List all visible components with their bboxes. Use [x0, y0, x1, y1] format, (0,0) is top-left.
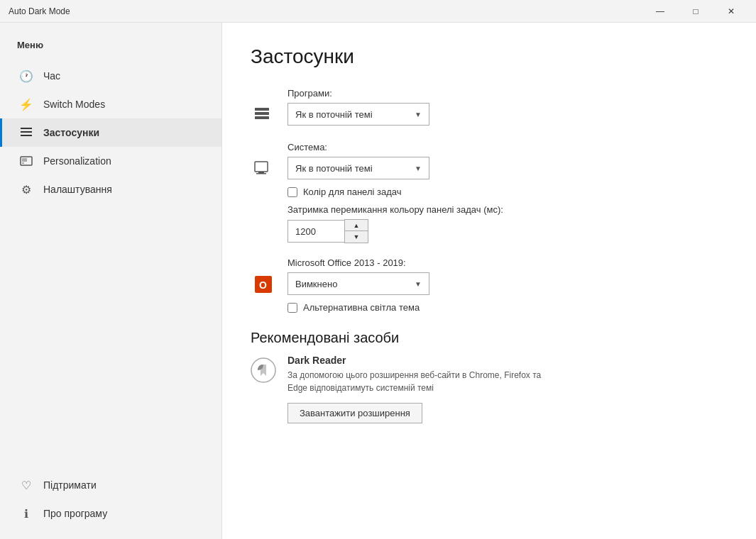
sidebar-item-personalization[interactable]: Personalization: [0, 147, 221, 175]
programs-dropdown-arrow: ▼: [415, 111, 422, 118]
svg-rect-8: [255, 112, 269, 115]
sidebar-bottom: ♡ Підтримати ℹ Про програму: [0, 471, 221, 528]
programs-content: Програми: Як в поточній темі ▼: [287, 88, 728, 126]
alt-light-theme-checkbox[interactable]: [287, 303, 297, 313]
office-dropdown-value: Вимкнено: [295, 279, 337, 289]
spinner-down-button[interactable]: ▼: [345, 231, 368, 243]
dark-reader-description: За допомогою цього розширення веб-сайти …: [287, 369, 543, 394]
page-title: Застосунки: [251, 45, 728, 68]
system-content: Система: Як в поточній темі ▼ Колір для …: [287, 142, 728, 243]
office-icon: O: [251, 272, 276, 297]
spinner-up-button[interactable]: ▲: [345, 220, 368, 231]
sidebar-label-switch-modes: Switch Modes: [43, 99, 105, 110]
svg-rect-2: [21, 135, 32, 136]
maximize-button[interactable]: □: [679, 0, 712, 23]
svg-rect-1: [21, 131, 32, 133]
recommended-title: Рекомендовані засоби: [251, 330, 728, 346]
system-dropdown-value: Як в поточній темі: [295, 163, 373, 174]
programs-section: Програми: Як в поточній темі ▼: [251, 88, 728, 128]
programs-dropdown-value: Як в поточній темі: [295, 109, 373, 120]
info-icon: ℹ: [19, 506, 33, 521]
office-dropdown-arrow: ▼: [415, 280, 422, 288]
sidebar-label-personalization: Personalization: [43, 155, 111, 167]
office-content: Microsoft Office 2013 - 2019: Вимкнено ▼…: [287, 257, 728, 313]
recommended-section: Рекомендовані засоби Dark Reader За допо…: [251, 330, 728, 423]
gear-icon: ⚙: [19, 182, 33, 196]
sidebar-item-switch-modes[interactable]: ⚡ Switch Modes: [0, 90, 221, 118]
alt-light-theme-row: Альтернативна світла тема: [287, 302, 728, 313]
office-label: Microsoft Office 2013 - 2019:: [287, 257, 728, 268]
svg-rect-5: [22, 158, 27, 162]
svg-rect-10: [255, 108, 258, 111]
svg-rect-13: [256, 173, 266, 174]
dark-reader-row: Dark Reader За допомогою цього розширенн…: [251, 355, 728, 423]
app-body: Меню 🕐 Час ⚡ Switch Modes Застосунки: [0, 23, 756, 539]
svg-rect-12: [258, 172, 264, 173]
office-dropdown[interactable]: Вимкнено ▼: [287, 272, 429, 295]
office-section: O Microsoft Office 2013 - 2019: Вимкнено…: [251, 257, 728, 313]
svg-rect-3: [21, 128, 23, 129]
heart-icon: ♡: [19, 478, 33, 492]
dark-reader-name: Dark Reader: [287, 355, 543, 366]
sidebar-label-support: Підтримати: [43, 479, 97, 491]
sidebar-label-apps: Застосунки: [43, 127, 99, 138]
sidebar-item-time[interactable]: 🕐 Час: [0, 62, 221, 90]
title-bar: Auto Dark Mode — □ ✕: [0, 0, 756, 23]
programs-label: Програми:: [287, 88, 728, 99]
delay-input[interactable]: [287, 220, 344, 243]
window-controls: — □ ✕: [644, 0, 747, 23]
lightning-icon: ⚡: [19, 97, 33, 111]
sidebar-item-support[interactable]: ♡ Підтримати: [0, 471, 221, 499]
main-content: Застосунки Програми: Як в поточній темі …: [222, 23, 756, 539]
personalization-icon: [19, 154, 33, 168]
close-button[interactable]: ✕: [715, 0, 747, 23]
sidebar-item-apps[interactable]: Застосунки: [0, 118, 221, 147]
programs-dropdown[interactable]: Як в поточній темі ▼: [287, 103, 429, 126]
minimize-button[interactable]: —: [644, 0, 676, 23]
alt-light-theme-label: Альтернативна світла тема: [303, 302, 420, 313]
dark-reader-content: Dark Reader За допомогою цього розширенн…: [287, 355, 543, 423]
svg-text:O: O: [259, 279, 267, 291]
download-extension-button[interactable]: Завантажити розширення: [287, 403, 422, 423]
sidebar-label-time: Час: [43, 70, 60, 82]
system-section: Система: Як в поточній темі ▼ Колір для …: [251, 142, 728, 243]
system-label: Система:: [287, 142, 728, 152]
apps-list-icon: [19, 126, 33, 140]
taskbar-color-checkbox[interactable]: [287, 187, 297, 197]
sidebar-item-settings[interactable]: ⚙ Налаштування: [0, 175, 221, 204]
system-dropdown[interactable]: Як в поточній темі ▼: [287, 157, 429, 179]
svg-rect-6: [22, 162, 24, 164]
programs-icon: [251, 102, 276, 128]
delay-spinner: ▲ ▼: [287, 219, 728, 243]
clock-icon: 🕐: [19, 69, 33, 83]
sidebar: Меню 🕐 Час ⚡ Switch Modes Застосунки: [0, 23, 222, 539]
svg-rect-9: [255, 116, 269, 119]
dark-reader-icon: [251, 357, 276, 383]
spinner-buttons: ▲ ▼: [344, 219, 368, 243]
svg-rect-11: [255, 162, 268, 172]
sidebar-menu-label: Меню: [0, 34, 221, 62]
delay-label: Затримка перемикання кольору панелі зада…: [287, 204, 728, 215]
system-icon: [251, 156, 276, 182]
sidebar-label-about: Про програму: [43, 508, 107, 519]
app-title: Auto Dark Mode: [9, 6, 70, 16]
sidebar-label-settings: Налаштування: [43, 184, 112, 195]
taskbar-color-label: Колір для панелі задач: [303, 187, 401, 197]
taskbar-color-row: Колір для панелі задач: [287, 187, 728, 197]
system-dropdown-arrow: ▼: [415, 165, 422, 172]
sidebar-item-about[interactable]: ℹ Про програму: [0, 499, 221, 528]
